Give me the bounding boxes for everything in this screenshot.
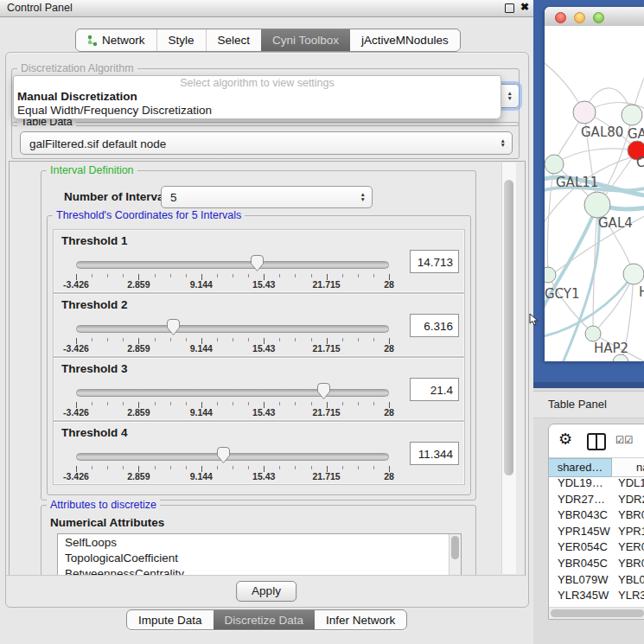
threshold-3-slider[interactable] — [76, 384, 389, 401]
table-cell[interactable]: YBR045C — [549, 557, 612, 573]
slider-thumb[interactable] — [316, 382, 331, 400]
column-header-name[interactable]: na — [612, 458, 644, 477]
close-icon[interactable]: ✖ — [520, 1, 529, 13]
table-row[interactable]: YDL19…YDL1 — [549, 476, 644, 493]
threshold-1-slider[interactable] — [76, 256, 389, 273]
slider-track[interactable] — [76, 261, 389, 269]
table-cell[interactable]: YLR345W — [549, 589, 612, 605]
algorithm-option-manual[interactable]: Manual Discretization — [14, 90, 501, 104]
table-cell[interactable]: YER0 — [612, 540, 644, 557]
table-body: YDL19…YDL1YDR27…YDR2YBR043CYBR0YPR145WYP… — [549, 476, 644, 607]
network-node[interactable] — [585, 326, 601, 341]
tab-network[interactable]: Network — [76, 29, 156, 51]
network-window-titlebar[interactable] — [545, 7, 644, 27]
apply-button[interactable]: Apply — [236, 581, 296, 602]
tab-impute-data[interactable]: Impute Data — [127, 610, 214, 629]
slider-thumb[interactable] — [250, 254, 265, 272]
table-row[interactable]: YDR27…YDR2 — [549, 493, 644, 509]
slider-track[interactable] — [76, 325, 389, 333]
tab-discretize-data[interactable]: Discretize Data — [214, 610, 316, 629]
table-cell[interactable]: YBR043C — [549, 508, 612, 525]
table-cell[interactable]: YBR0 — [612, 557, 644, 573]
table-data-combobox[interactable]: galFiltered.sif default node ▲▼ — [20, 131, 513, 155]
algorithm-dropdown-popup: Select algorithm to view settings Manual… — [13, 75, 501, 119]
tick-mark — [373, 466, 374, 469]
table-cell[interactable]: YER054C — [549, 540, 612, 557]
number-of-intervals-combobox[interactable]: 5 ▲▼ — [161, 186, 373, 208]
attribute-list-item[interactable]: SelfLoops — [58, 534, 461, 550]
scrollbar-thumb[interactable] — [551, 609, 644, 617]
close-traffic-light[interactable] — [555, 12, 566, 23]
column-header-shared[interactable]: shared… — [549, 458, 612, 477]
tick-label: 21.715 — [313, 471, 341, 481]
table-row[interactable]: YBR043CYBR0 — [549, 508, 644, 525]
network-node[interactable] — [623, 264, 644, 284]
network-node-label: H — [639, 284, 644, 300]
network-node[interactable] — [573, 101, 596, 124]
tick-mark — [311, 338, 312, 341]
horizontal-scrollbar[interactable] — [549, 607, 644, 619]
table-cell[interactable]: YDL19… — [549, 476, 612, 493]
tab-infer-network[interactable]: Infer Network — [315, 610, 406, 629]
table-cell[interactable]: YDR27… — [549, 493, 612, 509]
table-cell[interactable]: YBL079W — [549, 573, 612, 590]
slider-track[interactable] — [76, 453, 389, 461]
threshold-4-value-field[interactable]: 11.344 — [410, 442, 459, 465]
list-scrollbar[interactable] — [449, 534, 461, 577]
network-node[interactable] — [584, 192, 610, 218]
tick-label: -3.426 — [63, 279, 89, 290]
table-cell[interactable]: YPR145W — [549, 525, 612, 541]
column-layout-icon[interactable] — [587, 433, 606, 450]
tick-mark — [155, 338, 156, 341]
tick-mark — [170, 466, 171, 469]
table-cell[interactable]: YDL1 — [612, 476, 644, 493]
network-node[interactable] — [545, 267, 556, 283]
algorithm-option-equal-width[interactable]: Equal Width/Frequency Discretization — [14, 104, 501, 118]
vertical-scrollbar[interactable] — [501, 163, 516, 574]
table-row[interactable]: YBL079WYBL0 — [549, 573, 644, 590]
scrollbar-thumb[interactable] — [504, 180, 513, 475]
table-cell[interactable]: YPR1 — [612, 525, 644, 541]
tab-style[interactable]: Style — [156, 29, 206, 51]
numerical-attributes-list[interactable]: SelfLoopsTopologicalCoefficientBetweenne… — [57, 533, 462, 577]
float-window-icon[interactable] — [505, 3, 514, 13]
network-canvas[interactable]: GAL80GACGAL11GAL4GCY1HHAP2 — [545, 26, 644, 361]
network-node[interactable] — [545, 155, 564, 174]
slider-track[interactable] — [76, 389, 389, 397]
select-columns-icon[interactable]: ☑☑ — [615, 434, 634, 446]
tick-mark — [186, 402, 187, 405]
table-cell[interactable]: YBR0 — [612, 508, 644, 525]
table-data-group: Table Data galFiltered.sif default node … — [11, 122, 520, 159]
threshold-2-value-field[interactable]: 6.316 — [410, 314, 459, 337]
network-node[interactable] — [622, 105, 642, 125]
table-cell[interactable]: YDR2 — [612, 493, 644, 509]
tick-mark — [295, 402, 296, 405]
tab-select[interactable]: Select — [206, 29, 262, 51]
tick-mark — [311, 402, 312, 405]
minimize-traffic-light[interactable] — [574, 12, 585, 23]
slider-thumb[interactable] — [166, 318, 181, 336]
threshold-4-slider[interactable] — [76, 448, 389, 465]
table-row[interactable]: YBR045CYBR0 — [549, 557, 644, 573]
threshold-3-value-field[interactable]: 21.4 — [410, 378, 459, 401]
slider-thumb[interactable] — [216, 446, 231, 464]
attribute-list-item[interactable]: TopologicalCoefficient — [58, 550, 461, 565]
table-cell[interactable]: YLR3 — [612, 589, 644, 605]
combo-arrows-icon: ▲▼ — [360, 192, 366, 201]
threshold-2-slider[interactable] — [76, 320, 389, 337]
tick-mark — [123, 466, 124, 469]
gear-icon[interactable]: ⚙ — [558, 430, 572, 449]
zoom-traffic-light[interactable] — [593, 12, 604, 23]
table-row[interactable]: YPR145WYPR1 — [549, 525, 644, 541]
table-row[interactable]: YLR345WYLR3 — [549, 589, 644, 605]
scrollbar-thumb[interactable] — [451, 536, 459, 559]
table-panel-header: Table Panel — [533, 391, 644, 418]
tick-mark — [342, 466, 343, 469]
threshold-1-value-field[interactable]: 14.713 — [410, 250, 459, 273]
table-cell[interactable]: YBL0 — [612, 573, 644, 590]
network-graph[interactable]: GAL80GACGAL11GAL4GCY1HHAP2 — [545, 26, 644, 361]
tick-label: 21.715 — [313, 407, 341, 418]
tab-cyni-toolbox[interactable]: Cyni Toolbox — [261, 29, 350, 51]
tab-jactivemnodules[interactable]: jActiveMNodules — [350, 29, 460, 51]
table-row[interactable]: YER054CYER0 — [549, 540, 644, 557]
